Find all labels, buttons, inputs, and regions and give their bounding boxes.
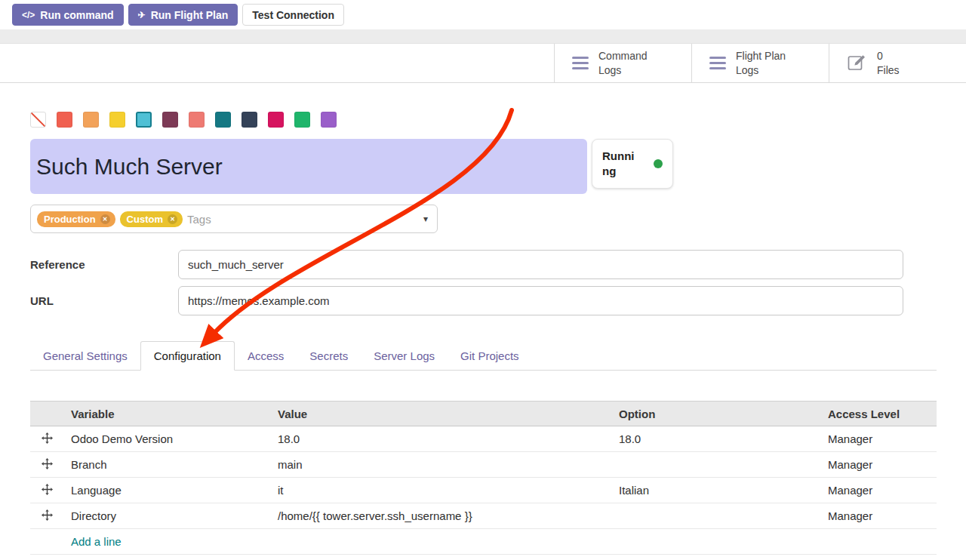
cell-option bbox=[611, 503, 820, 529]
swatch-no-color[interactable] bbox=[30, 112, 46, 128]
stat-line: Flight Plan bbox=[736, 49, 786, 63]
run-command-button[interactable]: </> Run command bbox=[12, 4, 124, 26]
table-header-row: Variable Value Option Access Level bbox=[30, 402, 937, 426]
page-background-strip bbox=[0, 29, 966, 44]
configuration-variables-table: Variable Value Option Access Level Odoo … bbox=[30, 401, 937, 555]
status-button[interactable]: Running bbox=[592, 139, 673, 189]
test-connection-label: Test Connection bbox=[252, 9, 334, 21]
url-field-row: URL bbox=[30, 286, 937, 315]
stat-line: Logs bbox=[598, 63, 648, 77]
form-sheet: Command Logs Flight Plan Logs 0 Files bbox=[0, 44, 966, 555]
tab-server-logs[interactable]: Server Logs bbox=[361, 342, 448, 370]
top-toolbar: </> Run command ✈ Run Flight Plan Test C… bbox=[0, 0, 966, 29]
stat-line: Files bbox=[877, 63, 900, 77]
url-input[interactable] bbox=[178, 286, 903, 315]
stat-button-bar: Command Logs Flight Plan Logs 0 Files bbox=[0, 44, 966, 83]
code-icon: </> bbox=[22, 10, 35, 20]
cell-access-level: Manager bbox=[820, 478, 937, 503]
option-column-header: Option bbox=[611, 402, 820, 426]
cell-access-level: Manager bbox=[820, 426, 937, 452]
tags-select[interactable]: Production ✕ Custom ✕ Tags ▾ bbox=[30, 205, 438, 233]
cell-variable: Odoo Demo Version bbox=[63, 426, 270, 452]
tab-access[interactable]: Access bbox=[235, 342, 297, 370]
stat-value: 0 bbox=[877, 49, 900, 63]
title-row: Such Much Server Running bbox=[30, 139, 937, 194]
status-label: Running bbox=[602, 149, 638, 180]
add-line-link[interactable]: Add a line bbox=[71, 535, 122, 548]
tag-label: Production bbox=[44, 214, 96, 225]
color-picker bbox=[30, 112, 937, 128]
cell-value: main bbox=[270, 452, 611, 478]
server-name-field[interactable]: Such Much Server bbox=[30, 139, 587, 194]
table-row[interactable]: Directory /home/{{ tower.server.ssh_user… bbox=[30, 503, 937, 529]
tag-label: Custom bbox=[127, 214, 163, 225]
add-line-row: Add a line bbox=[30, 529, 937, 555]
tab-secrets[interactable]: Secrets bbox=[297, 342, 361, 370]
reference-label: Reference bbox=[30, 258, 178, 271]
cell-access-level: Manager bbox=[820, 503, 937, 529]
cell-option: 18.0 bbox=[611, 426, 820, 452]
reference-input[interactable] bbox=[178, 250, 903, 279]
cell-option bbox=[611, 452, 820, 478]
swatch-dark-blue[interactable] bbox=[242, 112, 257, 128]
swatch-dark-purple[interactable] bbox=[162, 112, 178, 128]
command-logs-label: Command Logs bbox=[598, 49, 648, 76]
stat-line: Command bbox=[598, 49, 648, 63]
remove-tag-icon[interactable]: ✕ bbox=[100, 214, 110, 224]
run-command-label: Run command bbox=[40, 9, 113, 21]
drag-handle-icon[interactable] bbox=[42, 458, 53, 469]
value-column-header: Value bbox=[270, 402, 611, 426]
cell-variable: Directory bbox=[63, 503, 270, 529]
files-label: 0 Files bbox=[877, 49, 900, 76]
form-content: Such Much Server Running Production ✕ Cu… bbox=[0, 112, 966, 555]
tag-production: Production ✕ bbox=[37, 211, 115, 227]
stat-line: Logs bbox=[736, 63, 786, 77]
table-row[interactable]: Branch main Manager bbox=[30, 452, 937, 478]
files-button[interactable]: 0 Files bbox=[829, 44, 966, 82]
flight-plan-logs-label: Flight Plan Logs bbox=[736, 49, 786, 76]
run-flight-plan-label: Run Flight Plan bbox=[151, 9, 229, 21]
paper-plane-icon: ✈ bbox=[138, 10, 146, 20]
tab-git-projects[interactable]: Git Projects bbox=[448, 342, 532, 370]
drag-handle-icon[interactable] bbox=[42, 432, 53, 444]
menu-lines-icon bbox=[709, 54, 726, 72]
tab-configuration[interactable]: Configuration bbox=[140, 341, 235, 371]
swatch-yellow[interactable] bbox=[109, 112, 125, 128]
swatch-purple[interactable] bbox=[321, 112, 337, 128]
run-flight-plan-button[interactable]: ✈ Run Flight Plan bbox=[128, 4, 238, 26]
cell-option: Italian bbox=[611, 478, 820, 503]
flight-plan-logs-button[interactable]: Flight Plan Logs bbox=[691, 44, 829, 82]
command-logs-button[interactable]: Command Logs bbox=[554, 44, 691, 82]
swatch-green[interactable] bbox=[294, 112, 310, 128]
drag-handle-icon[interactable] bbox=[42, 484, 53, 495]
handle-column-header bbox=[30, 402, 63, 426]
chevron-down-icon[interactable]: ▾ bbox=[423, 214, 428, 224]
variable-column-header: Variable bbox=[63, 402, 270, 426]
swatch-salmon[interactable] bbox=[189, 112, 205, 128]
cell-value: /home/{{ tower.server.ssh_username }} bbox=[270, 503, 611, 529]
cell-variable: Branch bbox=[63, 452, 270, 478]
server-name-text: Such Much Server bbox=[36, 154, 223, 180]
table-row[interactable]: Language it Italian Manager bbox=[30, 478, 937, 503]
cell-variable: Language bbox=[63, 478, 270, 503]
cell-value: it bbox=[270, 478, 611, 503]
url-label: URL bbox=[30, 294, 178, 307]
tags-placeholder: Tags bbox=[187, 213, 211, 226]
swatch-red[interactable] bbox=[57, 112, 72, 128]
swatch-cyan[interactable] bbox=[136, 112, 152, 128]
test-connection-button[interactable]: Test Connection bbox=[242, 4, 344, 26]
access-level-column-header: Access Level bbox=[820, 402, 937, 426]
cell-access-level: Manager bbox=[820, 452, 937, 478]
status-dot bbox=[654, 159, 663, 168]
notebook-tabs: General Settings Configuration Access Se… bbox=[30, 341, 937, 371]
drag-handle-icon[interactable] bbox=[42, 509, 53, 521]
swatch-orange[interactable] bbox=[83, 112, 99, 128]
swatch-teal[interactable] bbox=[215, 112, 231, 128]
tab-general-settings[interactable]: General Settings bbox=[30, 342, 140, 370]
swatch-fuchsia[interactable] bbox=[268, 112, 284, 128]
remove-tag-icon[interactable]: ✕ bbox=[168, 214, 177, 224]
tag-custom: Custom ✕ bbox=[120, 211, 183, 227]
cell-value: 18.0 bbox=[270, 426, 611, 452]
table-row[interactable]: Odoo Demo Version 18.0 18.0 Manager bbox=[30, 426, 937, 452]
menu-lines-icon bbox=[572, 54, 589, 72]
